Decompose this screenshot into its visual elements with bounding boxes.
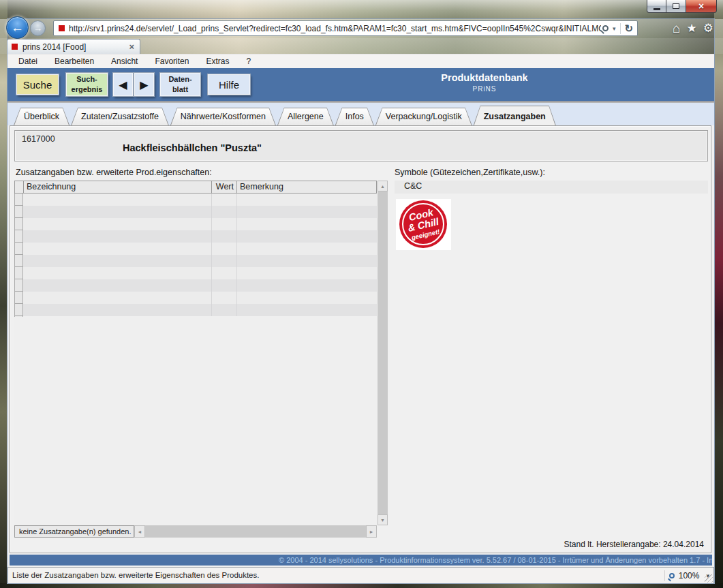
tab-close-icon[interactable]: ×: [127, 42, 136, 52]
scroll-right-icon: ►: [369, 529, 374, 534]
scroll-down-button[interactable]: ▼: [378, 514, 388, 525]
navigation-bar: ← → http://srv1.prins24.de/servlet/_Load…: [0, 19, 723, 38]
next-record-button[interactable]: ▶: [134, 73, 154, 96]
minimize-icon: [653, 8, 660, 10]
status-bar: Liste der Zusatzangaben bzw. erweiterte …: [7, 567, 714, 584]
divider: [664, 570, 665, 581]
product-id: 1617000: [22, 134, 55, 144]
product-name: Hackfleischbällchen "Puszta": [123, 142, 262, 153]
browser-window: × ← → http://srv1.prins24.de/servlet/_Lo…: [0, 0, 723, 588]
badge-circle-icon: Cook & Chill geeignet!: [399, 200, 447, 248]
tab-naehrwerte-kostformen[interactable]: Nährwerte/Kostformen: [170, 108, 276, 125]
site-favicon: [59, 25, 65, 31]
app-toolbar: Suche Such- ergebnis ◀ ▶ Daten- blatt Hi…: [7, 68, 714, 101]
content-panel: 1617000 Hackfleischbällchen "Puszta" Zus…: [10, 125, 711, 553]
back-icon: ←: [11, 20, 24, 35]
window-frame-left: [0, 0, 7, 588]
menu-datei[interactable]: Datei: [18, 57, 37, 66]
scroll-up-icon: ▲: [380, 184, 385, 189]
maximize-icon: [673, 3, 679, 9]
next-arrow-icon: ▶: [140, 78, 148, 91]
scroll-up-button[interactable]: ▲: [378, 181, 388, 191]
tab-title: prins 2014 [Food]: [22, 42, 127, 52]
menu-hilfe[interactable]: ?: [246, 57, 251, 66]
row-handles: [14, 194, 23, 317]
hilfe-button[interactable]: Hilfe: [208, 74, 250, 95]
zoom-level[interactable]: 100%: [679, 571, 700, 581]
window-frame-right: [714, 0, 723, 588]
home-icon[interactable]: ⌂: [673, 22, 680, 35]
url-text[interactable]: http://srv1.prins24.de/servlet/_Load_pri…: [69, 24, 601, 33]
column-wert[interactable]: Wert: [212, 181, 237, 193]
suchergebnis-button[interactable]: Such- ergebnis: [66, 73, 108, 96]
scroll-left-button[interactable]: ◄: [134, 525, 145, 538]
zoom-control[interactable]: 100% ▾: [664, 568, 709, 583]
tab-favicon: [12, 44, 18, 50]
browser-tab-band: prins 2014 [Food] ×: [0, 38, 723, 54]
app-title: Produktdatenbank: [375, 72, 594, 83]
menu-extras[interactable]: Extras: [206, 57, 229, 66]
menu-favoriten[interactable]: Favoriten: [155, 57, 189, 66]
tools-gear-icon[interactable]: ⚙: [703, 22, 713, 34]
divider: [620, 23, 621, 34]
back-button[interactable]: ←: [6, 16, 29, 39]
minimize-button[interactable]: [647, 0, 666, 13]
app-tab-strip: Überblick Zutaten/Zusatzstoffe Nährwerte…: [7, 103, 714, 125]
product-header-box: 1617000 Hackfleischbällchen "Puszta": [14, 130, 708, 161]
cook-and-chill-badge: Cook & Chill geeignet!: [396, 199, 451, 250]
empty-result-message: keine Zusatzangabe(n) gefunden.: [14, 525, 134, 538]
app-footer: © 2004 - 2014 sellysolutions - Produktin…: [10, 555, 712, 566]
tab-infos[interactable]: Infos: [335, 108, 374, 125]
search-icon[interactable]: [602, 25, 609, 31]
empty-rows: [14, 194, 377, 316]
attributes-table-header: Bezeichnung Wert Bemerkung: [14, 181, 377, 194]
window-controls: ×: [647, 0, 717, 13]
tab-zusatzangaben[interactable]: Zusatzangaben: [474, 106, 556, 125]
suche-button[interactable]: Suche: [16, 74, 59, 95]
page-viewport: Suche Such- ergebnis ◀ ▶ Daten- blatt Hi…: [7, 68, 714, 567]
maximize-button[interactable]: [666, 0, 686, 13]
close-icon: ×: [698, 1, 704, 11]
previous-record-button[interactable]: ◀: [113, 73, 133, 96]
vertical-scrollbar[interactable]: ▲ ▼: [378, 181, 388, 525]
tab-zutaten-zusatzstoffe[interactable]: Zutaten/Zusatzstoffe: [71, 108, 169, 125]
scroll-right-button[interactable]: ►: [366, 525, 377, 538]
menu-ansicht[interactable]: Ansicht: [111, 57, 138, 66]
datenblatt-button[interactable]: Daten- blatt: [160, 73, 200, 96]
resize-grip[interactable]: [705, 574, 713, 583]
forward-button[interactable]: →: [30, 20, 46, 36]
autocomplete-caret-icon[interactable]: ▾: [613, 25, 616, 32]
attributes-heading: Zusatzangaben bzw. erweiterte Prod.eigen…: [16, 168, 212, 177]
prev-arrow-icon: ◀: [119, 78, 127, 91]
stand-date: Stand lt. Herstellerangabe: 24.04.2014: [564, 540, 704, 549]
tab-verpackung-logistik[interactable]: Verpackung/Logistik: [375, 108, 472, 125]
row-selector-column: [15, 181, 24, 193]
horizontal-scrollbar[interactable]: [145, 525, 366, 538]
tab-ueberblick[interactable]: Überblick: [14, 108, 70, 125]
symbols-heading: Symbole (Gütezeichen,Zertifikate,usw.):: [395, 168, 545, 177]
status-text: Liste der Zusatzangaben bzw. erweiterte …: [12, 571, 259, 579]
close-button[interactable]: ×: [686, 0, 717, 13]
browser-tab[interactable]: prins 2014 [Food] ×: [7, 39, 140, 54]
copyright-text: © 2004 - 2014 sellysolutions - Produktin…: [279, 556, 712, 564]
symbol-list-item[interactable]: C&C: [395, 181, 708, 194]
attributes-table-body: [14, 194, 377, 525]
window-frame-bottom: [0, 583, 723, 588]
refresh-icon[interactable]: ↻: [624, 22, 633, 35]
column-bezeichnung[interactable]: Bezeichnung: [24, 181, 212, 193]
forward-icon: →: [33, 23, 42, 33]
column-bemerkung[interactable]: Bemerkung: [237, 181, 376, 193]
scroll-down-icon: ▼: [380, 518, 385, 523]
menu-bar: Datei Bearbeiten Ansicht Favoriten Extra…: [7, 54, 714, 68]
favorites-icon[interactable]: ★: [687, 22, 697, 34]
tab-allergene[interactable]: Allergene: [277, 108, 334, 125]
address-bar[interactable]: http://srv1.prins24.de/servlet/_Load_pri…: [53, 20, 638, 36]
title-bar[interactable]: ×: [0, 0, 723, 19]
zoom-magnifier-icon[interactable]: [669, 573, 675, 578]
menu-bearbeiten[interactable]: Bearbeiten: [55, 57, 94, 66]
app-subtitle: PRiNS: [375, 85, 594, 93]
scroll-left-icon: ◄: [138, 529, 142, 534]
